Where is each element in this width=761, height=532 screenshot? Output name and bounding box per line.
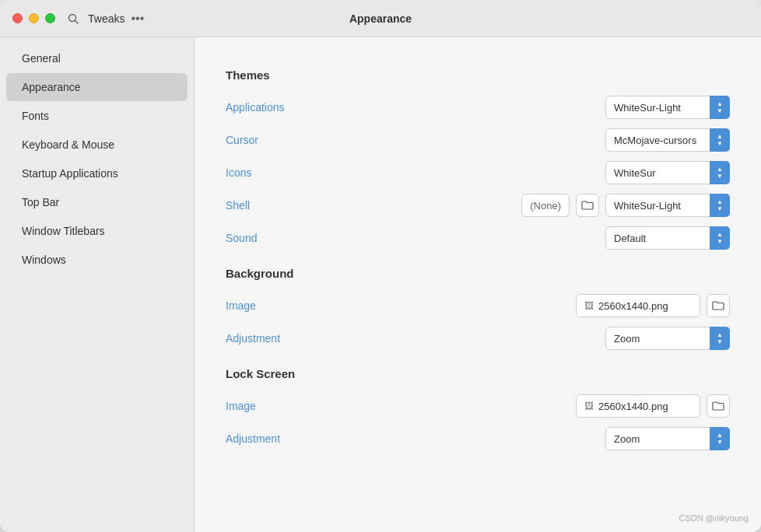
cursor-select[interactable]: McMojave-cursors xyxy=(605,128,730,152)
ls-image-filename: 2560x1440.png xyxy=(598,401,668,412)
background-title: Background xyxy=(226,267,730,280)
applications-select[interactable]: WhiteSur-Light xyxy=(605,96,730,119)
sidebar-item-window-titlebars[interactable]: Window Titlebars xyxy=(6,217,188,245)
cursor-label: Cursor xyxy=(226,134,350,146)
sidebar: General Appearance Fonts Keyboard & Mous… xyxy=(0,37,195,532)
shell-select[interactable]: WhiteSur-Light xyxy=(605,194,730,217)
icons-row: Icons WhiteSur ▲ ▼ xyxy=(226,156,730,189)
bg-adjustment-label: Adjustment xyxy=(226,332,350,345)
icons-select-wrapper: WhiteSur ▲ ▼ xyxy=(605,161,730,184)
ls-image-row: Image 🖼 2560x1440.png xyxy=(226,390,730,422)
applications-control: WhiteSur-Light ▲ ▼ xyxy=(605,96,730,119)
svg-line-1 xyxy=(75,20,79,23)
lock-screen-section: Lock Screen Image 🖼 2560x1440.png xyxy=(226,367,730,455)
ls-adjustment-control: Zoom ▲ ▼ xyxy=(605,427,730,450)
lock-screen-title: Lock Screen xyxy=(226,367,730,380)
main-content: Themes Applications WhiteSur-Light ▲ ▼ xyxy=(195,37,761,532)
window-title: Appearance xyxy=(349,12,412,25)
ls-adjustment-label: Adjustment xyxy=(226,432,350,445)
search-icon[interactable] xyxy=(68,13,79,24)
sound-row: Sound Default ▲ ▼ xyxy=(226,222,730,254)
ls-image-control: 🖼 2560x1440.png xyxy=(576,394,730,418)
ls-adjustment-select[interactable]: Zoom xyxy=(605,427,730,450)
ls-adjustment-row: Adjustment Zoom ▲ ▼ xyxy=(226,422,730,455)
sidebar-item-general[interactable]: General xyxy=(6,44,188,72)
shell-none-button[interactable]: (None) xyxy=(521,194,570,217)
shell-select-wrapper: WhiteSur-Light ▲ ▼ xyxy=(605,194,730,217)
watermark: CSDN @nikyoung xyxy=(679,513,749,523)
bg-image-icon: 🖼 xyxy=(584,300,594,311)
ls-image-display: 🖼 2560x1440.png xyxy=(576,394,700,418)
icons-control: WhiteSur ▲ ▼ xyxy=(605,161,730,184)
ls-image-label: Image xyxy=(226,400,350,412)
themes-title: Themes xyxy=(226,68,730,82)
background-section: Background Image 🖼 2560x1440.png xyxy=(226,267,730,355)
sidebar-item-windows[interactable]: Windows xyxy=(6,246,188,274)
bg-image-label: Image xyxy=(226,299,350,312)
minimize-button[interactable] xyxy=(29,13,39,23)
applications-select-wrapper: WhiteSur-Light ▲ ▼ xyxy=(605,96,730,119)
bg-folder-icon[interactable] xyxy=(707,294,730,317)
icons-label: Icons xyxy=(226,166,350,179)
bg-adjustment-select[interactable]: Zoom xyxy=(605,327,730,350)
more-options-button[interactable]: ••• xyxy=(131,12,144,26)
sidebar-item-appearance[interactable]: Appearance xyxy=(6,73,188,101)
bg-adjustment-control: Zoom ▲ ▼ xyxy=(605,327,730,350)
traffic-lights xyxy=(12,13,55,23)
titlebar: Tweaks ••• Appearance xyxy=(0,0,761,37)
bg-image-display: 🖼 2560x1440.png xyxy=(576,294,700,317)
ls-adjustment-select-wrapper: Zoom ▲ ▼ xyxy=(605,427,730,450)
sound-label: Sound xyxy=(226,232,350,244)
shell-row: Shell (None) WhiteSur-Light xyxy=(226,189,730,222)
window: Tweaks ••• Appearance General Appearance… xyxy=(0,0,761,532)
sidebar-item-keyboard-mouse[interactable]: Keyboard & Mouse xyxy=(6,131,188,159)
bg-image-control: 🖼 2560x1440.png xyxy=(576,294,730,317)
content-area: General Appearance Fonts Keyboard & Mous… xyxy=(0,37,761,532)
close-button[interactable] xyxy=(12,13,23,23)
sidebar-item-startup-applications[interactable]: Startup Applications xyxy=(6,159,188,187)
cursor-row: Cursor McMojave-cursors ▲ ▼ xyxy=(226,124,730,156)
themes-section: Themes Applications WhiteSur-Light ▲ ▼ xyxy=(226,68,730,254)
applications-label: Applications xyxy=(226,101,350,114)
bg-adjustment-select-wrapper: Zoom ▲ ▼ xyxy=(605,327,730,350)
bg-image-row: Image 🖼 2560x1440.png xyxy=(226,289,730,322)
bg-image-filename: 2560x1440.png xyxy=(598,300,668,312)
sidebar-item-top-bar[interactable]: Top Bar xyxy=(6,188,188,216)
ls-folder-icon[interactable] xyxy=(707,394,730,418)
sidebar-item-fonts[interactable]: Fonts xyxy=(6,102,188,130)
sound-select-wrapper: Default ▲ ▼ xyxy=(605,226,730,250)
shell-label: Shell xyxy=(226,199,350,212)
sound-select[interactable]: Default xyxy=(605,226,730,250)
sound-control: Default ▲ ▼ xyxy=(605,226,730,250)
icons-select[interactable]: WhiteSur xyxy=(605,161,730,184)
app-name: Tweaks xyxy=(88,12,124,25)
bg-adjustment-row: Adjustment Zoom ▲ ▼ xyxy=(226,322,730,355)
shell-control: (None) WhiteSur-Light ▲ xyxy=(521,194,730,217)
applications-row: Applications WhiteSur-Light ▲ ▼ xyxy=(226,91,730,124)
cursor-control: McMojave-cursors ▲ ▼ xyxy=(605,128,730,152)
shell-folder-icon[interactable] xyxy=(576,194,599,217)
ls-image-icon: 🖼 xyxy=(584,401,594,411)
maximize-button[interactable] xyxy=(45,13,55,23)
cursor-select-wrapper: McMojave-cursors ▲ ▼ xyxy=(605,128,730,152)
